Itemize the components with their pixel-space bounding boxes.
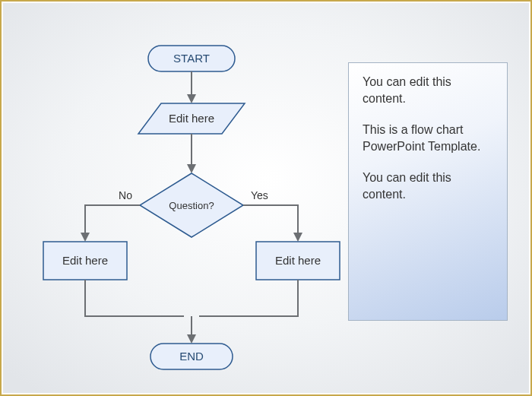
decision-label: Question?	[169, 200, 214, 211]
no-label: No	[119, 189, 132, 201]
process-right-label: Edit here	[275, 254, 321, 267]
arrow-decision-no: No	[81, 189, 140, 242]
svg-marker-2	[187, 94, 196, 103]
svg-marker-7	[81, 233, 90, 242]
arrow-start-input	[187, 71, 196, 103]
process-left-node: Edit here	[43, 242, 127, 280]
panel-paragraph-2: This is a flow chart PowerPoint Template…	[363, 122, 493, 156]
arrow-input-decision	[187, 134, 196, 173]
svg-marker-8	[293, 233, 302, 242]
panel-paragraph-1: You can edit this content.	[363, 74, 493, 108]
process-left-label: Edit here	[62, 254, 108, 267]
arrow-right-end	[199, 280, 298, 316]
start-label: START	[173, 52, 210, 65]
svg-marker-5	[187, 164, 196, 173]
arrow-merge-end	[187, 316, 196, 344]
decision-node: Question?	[140, 173, 243, 237]
start-node: START	[148, 46, 235, 71]
arrow-left-end	[85, 280, 184, 316]
side-text-panel: You can edit this content. This is a flo…	[348, 62, 508, 321]
input-node: Edit here	[138, 103, 245, 134]
panel-paragraph-3: You can edit this content.	[363, 169, 493, 204]
input-label: Edit here	[169, 112, 214, 125]
end-label: END	[179, 350, 204, 363]
end-node: END	[150, 344, 233, 369]
slide-frame: START Edit here Question? No	[0, 0, 532, 396]
arrow-decision-yes: Yes	[243, 189, 302, 242]
svg-marker-12	[187, 334, 196, 344]
yes-label: Yes	[251, 189, 268, 201]
process-right-node: Edit here	[256, 242, 340, 280]
